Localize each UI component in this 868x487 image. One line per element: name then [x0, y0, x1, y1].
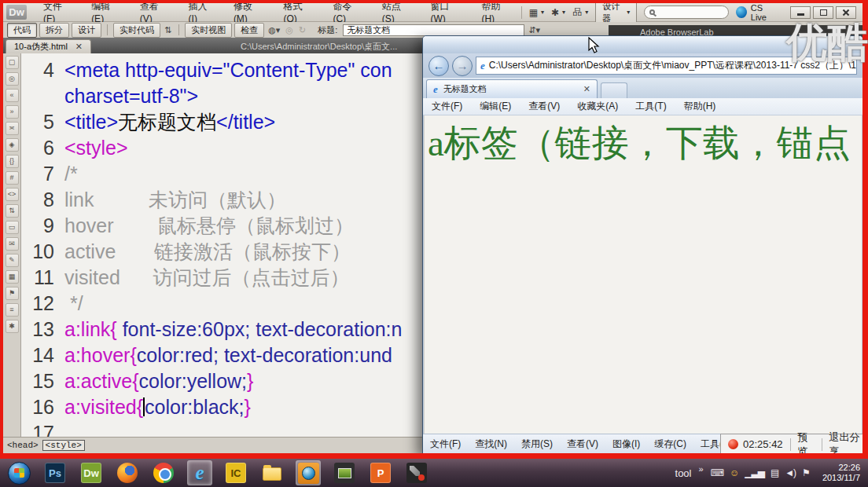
start-button[interactable]	[6, 460, 31, 485]
file-sync-icon[interactable]: ⇅	[163, 25, 173, 35]
extend-icon[interactable]: ✱	[551, 7, 559, 18]
dw-menu-item[interactable]: 修改(M)	[224, 3, 274, 21]
coding-toolbar-icon[interactable]: <>	[6, 188, 19, 201]
file-tab[interactable]: 10-a伪类.html ✕	[6, 39, 91, 53]
chrome[interactable]	[151, 460, 176, 485]
layout-switch-icon[interactable]: ▦	[529, 7, 538, 18]
dw-menu-item[interactable]: 查看(V)	[131, 3, 179, 21]
file-management-icon[interactable]: ⇵▾	[527, 25, 542, 35]
chevron-down-icon: ▾	[562, 9, 565, 16]
browser-menu-item[interactable]: 工具(T)	[627, 98, 675, 115]
coding-toolbar-icon[interactable]: ◎	[6, 72, 19, 86]
document-title-input[interactable]: 无标题文档	[343, 24, 524, 36]
browser-menu-item[interactable]: 编辑(E)	[471, 98, 520, 115]
cs-live-button[interactable]: CS Live	[736, 3, 778, 22]
im-icon[interactable]: ☺	[730, 467, 738, 478]
network-signal-icon[interactable]: ▁▃▅	[745, 467, 764, 478]
validate-icon: ◎	[284, 25, 295, 35]
code-line-text: active 链接激活（鼠标按下）	[64, 239, 351, 265]
coding-toolbar-icon[interactable]: ✉	[6, 237, 19, 251]
page-link-text[interactable]: a标签（链接，下载，锚点	[425, 115, 862, 168]
browser-viewport: a标签（链接，下载，锚点	[424, 115, 862, 434]
dw-menu-item[interactable]: 站点(S)	[373, 3, 421, 21]
screen-recorder[interactable]	[404, 460, 429, 485]
coding-toolbar-icon[interactable]: #	[6, 171, 19, 185]
command-bar-item[interactable]: 查看(V)	[560, 434, 605, 453]
code-line-text: */	[64, 291, 83, 317]
tray-tool-label[interactable]: tool	[675, 467, 692, 479]
tag-selector[interactable]: <style>	[42, 440, 85, 451]
dw-menu-item[interactable]: 格式(O)	[274, 3, 323, 21]
back-button[interactable]: ←	[428, 56, 449, 76]
divider	[521, 6, 522, 19]
forward-button[interactable]: →	[452, 56, 473, 76]
coding-toolbar-icon[interactable]: ▢	[6, 56, 19, 69]
coding-toolbar-icon[interactable]: ⇅	[6, 204, 19, 218]
new-tab-button[interactable]	[601, 82, 627, 98]
internet-explorer-icon: e	[195, 462, 204, 484]
site-icon[interactable]: 品	[572, 5, 582, 19]
browser-menu-item[interactable]: 收藏夹(A)	[568, 98, 627, 115]
line-number: 14	[22, 342, 64, 368]
screen-camera[interactable]	[296, 460, 321, 485]
preview-browser-icon[interactable]: ◍▾	[267, 25, 281, 35]
close-tab-icon[interactable]: ✕	[583, 84, 590, 94]
dreamweaver-icon: Dw	[81, 463, 101, 483]
keyboard-icon[interactable]: ⌨	[711, 467, 723, 478]
live-code-button[interactable]: 实时代码	[113, 23, 160, 38]
code-view-button[interactable]: 代码	[7, 23, 37, 38]
dw-menu-item[interactable]: 文件(F)	[34, 3, 82, 21]
remove-hardware-icon[interactable]: ⚑	[802, 467, 810, 478]
command-bar-item[interactable]: 禁用(S)	[514, 434, 560, 453]
tag-selector[interactable]: <head>	[7, 441, 39, 450]
split-view-button[interactable]: 拆分	[39, 23, 69, 38]
command-bar-item[interactable]: 缓存(C)	[647, 434, 693, 453]
photoshop[interactable]: Ps	[42, 460, 68, 485]
coding-toolbar-icon[interactable]: ◈	[6, 138, 19, 152]
taskbar-clock[interactable]: 22:26 2013/11/7	[822, 463, 860, 483]
coding-toolbar-icon[interactable]: ▦	[6, 270, 19, 284]
browser-tab[interactable]: e 无标题文档 ✕	[426, 79, 598, 98]
dw-menu-item[interactable]: 窗口(W)	[421, 3, 473, 21]
coding-toolbar-icon[interactable]: ≡	[6, 303, 19, 317]
coding-toolbar-icon[interactable]: ▭	[6, 221, 19, 234]
browser-menu-item[interactable]: 查看(V)	[520, 98, 568, 115]
coding-toolbar-icon[interactable]: {}	[6, 155, 19, 168]
cs-live-label: CS Live	[751, 3, 778, 22]
coding-toolbar-icon[interactable]: ✎	[6, 254, 19, 267]
line-number: 5	[22, 109, 64, 135]
browser-tab-row: e 无标题文档 ✕	[423, 78, 862, 98]
design-view-button[interactable]: 设计	[72, 23, 101, 38]
volume-icon[interactable]: ◄)	[785, 467, 796, 478]
command-bar-item[interactable]: 图像(I)	[605, 434, 647, 453]
windows-explorer[interactable]	[259, 460, 285, 485]
dw-menu-item[interactable]: 编辑(E)	[82, 3, 131, 21]
browser-menu-item[interactable]: 帮助(H)	[675, 98, 725, 115]
code-line-text: a:visited{color:black;}	[64, 394, 251, 420]
internet-explorer[interactable]: e	[187, 460, 212, 485]
command-bar-item[interactable]: 文件(F)	[423, 434, 468, 453]
coding-toolbar-icon[interactable]: «	[6, 89, 19, 102]
coding-toolbar-icon[interactable]: ✱	[6, 320, 19, 333]
firefox[interactable]	[115, 460, 140, 485]
coding-toolbar-icon[interactable]: ⚑	[6, 287, 19, 300]
p-messenger[interactable]: P	[368, 460, 393, 485]
tray-expand-icon[interactable]: »	[698, 464, 703, 474]
coding-toolbar-icon[interactable]: »	[6, 105, 19, 119]
record-frame-top	[0, 0, 868, 3]
dw-menu-item[interactable]: 帮助(H)	[472, 3, 520, 21]
dw-menu-item[interactable]: 命令(C)	[323, 3, 372, 21]
coding-toolbar-icon[interactable]: ≍	[6, 122, 19, 135]
close-tab-icon[interactable]: ✕	[75, 42, 83, 52]
display-icon[interactable]: ▤	[771, 467, 778, 478]
search-input[interactable]	[644, 5, 729, 19]
inspect-button[interactable]: 检查	[234, 23, 264, 38]
image-viewer[interactable]	[332, 460, 357, 485]
close-icon	[842, 9, 850, 16]
ic-tool[interactable]: IC	[223, 460, 248, 485]
dw-menu-item[interactable]: 插入(I)	[179, 3, 224, 21]
command-bar-item[interactable]: 查找(N)	[468, 434, 514, 453]
dreamweaver[interactable]: Dw	[79, 460, 104, 485]
browser-menu-item[interactable]: 文件(F)	[423, 98, 471, 115]
live-view-button[interactable]: 实时视图	[185, 23, 232, 38]
